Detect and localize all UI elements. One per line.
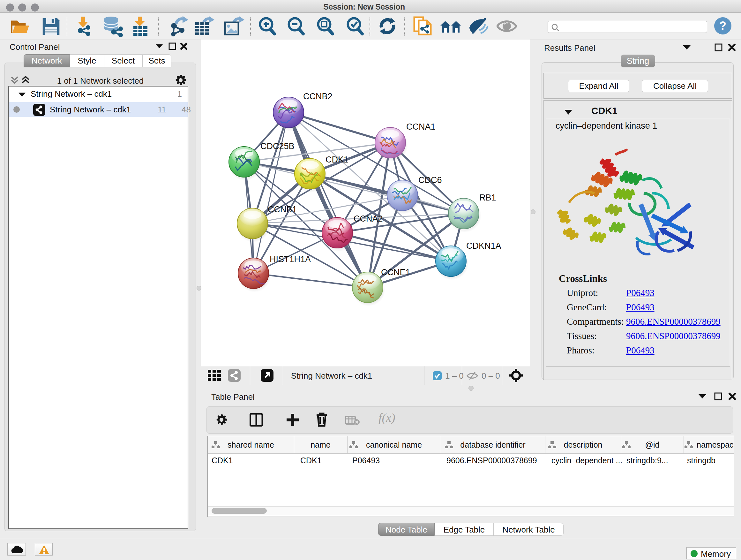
svg-text:CCNB2: CCNB2 (303, 91, 333, 101)
svg-text:CCNE1: CCNE1 (381, 267, 410, 277)
svg-text:CCNA2: CCNA2 (354, 214, 383, 224)
svg-text:CDC25B: CDC25B (260, 141, 294, 151)
svg-text:?: ? (719, 19, 726, 32)
svg-text:CDK1: CDK1 (326, 155, 348, 165)
svg-text:HIST1H1A: HIST1H1A (270, 254, 311, 264)
svg-text:CCNB1: CCNB1 (268, 205, 297, 214)
svg-text:CDC6: CDC6 (418, 175, 442, 185)
svg-text:RB1: RB1 (479, 193, 496, 202)
svg-text:CDKN1A: CDKN1A (466, 241, 501, 251)
svg-text:CCNA1: CCNA1 (406, 122, 435, 132)
